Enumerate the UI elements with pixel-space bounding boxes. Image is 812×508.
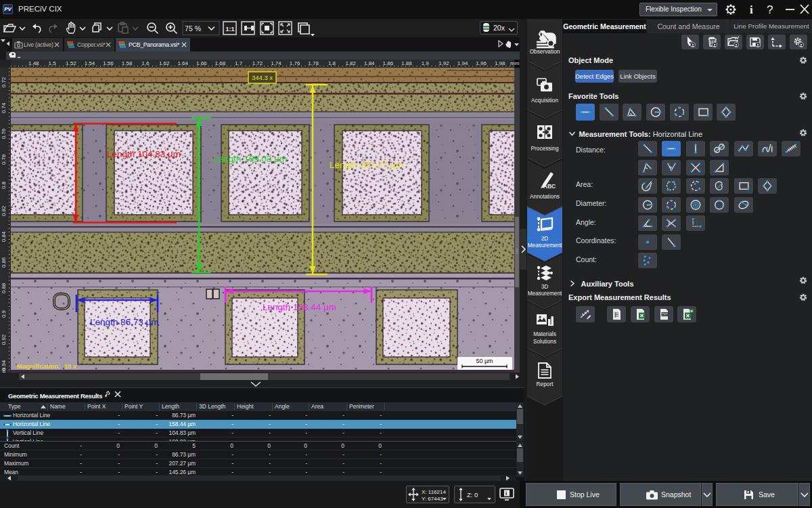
svg-text:Annotations: Annotations <box>530 193 560 200</box>
svg-text:Observation: Observation <box>530 48 560 55</box>
svg-text:3D: 3D <box>541 283 549 290</box>
svg-text:Measurement: Measurement <box>528 290 562 297</box>
svg-text:2D: 2D <box>541 235 549 242</box>
svg-text:50 µm: 50 µm <box>476 358 493 364</box>
svg-text:ABC: ABC <box>543 183 556 190</box>
svg-text:Length 86.73 µm: Length 86.73 µm <box>90 317 159 327</box>
svg-text:75 %: 75 % <box>185 24 201 33</box>
svg-text:Report: Report <box>537 381 554 387</box>
svg-text:Length 104.83 µm: Length 104.83 µm <box>107 149 181 159</box>
svg-text:Z: 0: Z: 0 <box>467 491 478 499</box>
svg-text:Length 158.44 µm: Length 158.44 µm <box>263 302 336 312</box>
svg-text:TXT: TXT <box>662 313 668 316</box>
svg-text:Measurement: Measurement <box>528 242 562 249</box>
svg-text:Processing: Processing <box>531 145 558 152</box>
svg-text:20x: 20x <box>493 24 505 32</box>
svg-text:344.3 x: 344.3 x <box>252 74 273 81</box>
svg-text:?: ? <box>767 3 773 16</box>
svg-text:Materials: Materials <box>533 331 556 337</box>
svg-text:Acquisition: Acquisition <box>531 97 559 104</box>
svg-text:Length 207.27 µm: Length 207.27 µm <box>330 160 403 170</box>
svg-text:Solutions: Solutions <box>533 338 556 345</box>
svg-text:i: i <box>750 3 753 16</box>
svg-text:X: 116214: X: 116214 <box>422 489 446 495</box>
svg-text:1:1: 1:1 <box>226 26 235 33</box>
svg-text:Length 169.03 µm: Length 169.03 µm <box>213 154 287 164</box>
svg-text:Magnification: 10 x: Magnification: 10 x <box>17 362 77 370</box>
svg-text:Y: 67443: Y: 67443 <box>422 496 443 502</box>
